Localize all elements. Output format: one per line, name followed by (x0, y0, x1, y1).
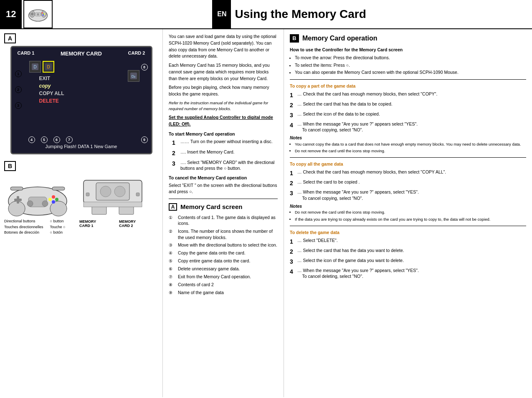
svg-point-26 (48, 198, 52, 201)
screen-circle-4: ④ (169, 250, 175, 256)
start-step-2: 2 …. Insert the Memory Card. (172, 149, 278, 158)
screen-circle-7: ⑦ (169, 274, 175, 280)
section-b-label: B (4, 161, 16, 171)
screen-text-8: Contents of card 2 (178, 282, 214, 288)
copy-part-step-2: 2 … Select the card that has the data to… (290, 101, 526, 110)
how-to-list: To move the arrow: Press the directional… (295, 55, 526, 76)
copy-part-step-4: 4 … When the message "Are you sure ?" ap… (290, 121, 526, 133)
delete-text-4: … When the message "Are you sure ?" appe… (297, 267, 419, 280)
copy-part-text-4: … When the message "Are you sure ?" appe… (297, 121, 418, 133)
svg-point-25 (52, 200, 55, 204)
copy-part-num-2: 2 (290, 101, 296, 110)
svg-text:D: D (33, 65, 36, 69)
controller-icon-box (23, 0, 53, 28)
delete-num-4: 4 (290, 267, 296, 276)
mc-screen-illustration: 1 2 3 4 5 6 7 8 (10, 46, 152, 154)
ps-console-diagram: MEMORY CARD 1 MEMORY CARD 2 (79, 176, 146, 236)
screen-text-1: Contents of card 1. The game data is dis… (178, 214, 278, 227)
middle-column: You can save and load game data by using… (163, 29, 284, 397)
copy-all-note-1: Do not remove the card until the icons s… (295, 209, 526, 215)
left-column: A 1 2 3 4 5 6 7 (0, 29, 163, 397)
svg-rect-35 (86, 193, 89, 196)
step-num-1: 1 (172, 139, 178, 147)
mc-screen-title: MEMORY CARD (61, 50, 102, 57)
cancel-text: Select "EXIT " on the screen with the di… (169, 182, 278, 196)
svg-point-24 (55, 198, 58, 201)
how-to-item-2: To select the items: Press ○. (295, 62, 526, 69)
copy-all-steps: 1 … Check that the card has enough memor… (290, 169, 526, 201)
copy-part-num-3: 3 (290, 111, 296, 120)
svg-rect-33 (100, 186, 111, 197)
delete-step-2: 2 … Select the card that has the data yo… (290, 247, 526, 256)
copy-all-num-2: 2 (290, 179, 296, 188)
circle-6: 6 (53, 136, 60, 143)
analog-underline: Set the supplied Analog Controller to di… (169, 114, 278, 128)
circle-btn-label: ○ button (43, 219, 66, 224)
svg-point-23 (52, 195, 55, 199)
screen-circle-3: ③ (169, 242, 175, 248)
mc-card2-label: CARD 2 (128, 50, 145, 57)
section-a-label: A (4, 33, 16, 43)
svg-rect-22 (17, 196, 19, 204)
right-divider-2 (290, 157, 526, 158)
svg-point-7 (42, 12, 43, 13)
screen-text-7: Exit from the Memory Card operation. (178, 274, 251, 280)
svg-point-30 (42, 201, 48, 207)
how-to-item-3: You can also operate the Memory Card scr… (295, 69, 526, 76)
screen-circle-6: ⑥ (169, 266, 175, 272)
intro-p1: You can save and load game data by using… (169, 33, 278, 60)
screen-item-5: ⑤ Copy entire game data onto the card. (169, 258, 278, 264)
section-b-content: Directional buttons ○ button Touches dir… (4, 174, 158, 236)
svg-rect-28 (52, 187, 65, 190)
intro-p2: Each Memory Card has 15 memory blocks, a… (169, 62, 278, 82)
start-steps: 1 …… Turn on the power without inserting… (172, 139, 278, 171)
section-b-left: B (4, 161, 158, 236)
mc-game-row: Jumping Flash! DATA 1 New Game (12, 144, 151, 149)
right-column: B Memory Card operation How to use the C… (284, 29, 532, 397)
mc-menu-copy: copy (37, 83, 126, 89)
screen-circle-9: ⑨ (169, 290, 175, 296)
mc-icon-2-selected: D (43, 61, 54, 73)
delete-text-3: … Select the icon of the game data you w… (297, 257, 404, 264)
mc-menu-exit: EXIT (37, 75, 126, 82)
mc-menu-delete: DELETE (37, 98, 126, 104)
copy-part-num-1: 1 (290, 91, 296, 100)
step-text-3: …. Select "MEMORY CARD" with the directi… (180, 159, 278, 171)
copy-part-note-1: You cannot copy the data to a card that … (295, 141, 526, 147)
controller-labels: Directional buttons ○ button Touches dir… (4, 219, 71, 236)
intro-p3: Before you begin playing, check how many… (169, 84, 278, 98)
svg-rect-6 (32, 13, 33, 15)
section-a: A 1 2 3 4 5 6 7 (4, 33, 158, 154)
copy-all-step-3: 3 … When the message "Are you sure ?" ap… (290, 189, 526, 201)
a-section-header: A Memory Card screen (169, 202, 278, 212)
copy-part-note-2: Do not remove the card until the icons s… (295, 148, 526, 154)
circle-8: 8 (141, 64, 148, 71)
controller-svg (4, 176, 71, 218)
circle-7: 7 (66, 136, 73, 143)
screen-text-5: Copy entire game data onto the card. (178, 258, 250, 264)
delete-step-1: 1 … Select "DELETE". (290, 237, 526, 246)
botones-label: Botones de dirección (4, 230, 43, 236)
circle-4: 4 (28, 136, 35, 143)
b-box: B (290, 34, 299, 43)
delete-num-1: 1 (290, 237, 296, 246)
mc-icons-right: Dᵦ (128, 70, 139, 82)
copy-all-text-3: … When the message "Are you sure ?" appe… (297, 189, 419, 201)
circle-3: 3 (15, 102, 22, 109)
right-divider-3 (290, 226, 526, 226)
svg-point-29 (27, 201, 33, 207)
copy-part-text-2: … Select the card that has the data to b… (297, 101, 393, 107)
copy-all-notes: Notes Do not remove the card until the i… (290, 203, 526, 222)
copy-part-notes-title: Notes (290, 135, 526, 141)
screen-text-3: Move with the directional buttons to sel… (178, 242, 277, 248)
copy-part-notes-list: You cannot copy the data to a card that … (295, 141, 526, 154)
screen-items-list: ① Contents of card 1. The game data is d… (169, 214, 278, 296)
delete-steps: 1 … Select "DELETE". 2 … Select the card… (290, 237, 526, 280)
mc-icon-right-1: Dᵦ (128, 70, 139, 82)
boton-label: ○ botón (43, 230, 66, 236)
start-step-3: 3 …. Select "MEMORY CARD" with the direc… (172, 159, 278, 171)
page-number: 12 (0, 0, 22, 28)
delete-num-2: 2 (290, 247, 296, 256)
page-title: Using the Memory Card (235, 8, 366, 21)
svg-point-4 (37, 13, 39, 15)
